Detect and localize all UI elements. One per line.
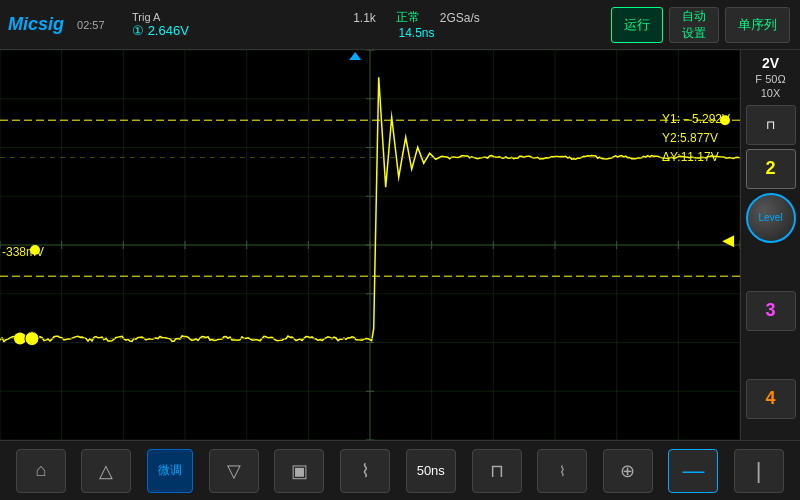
right-panel: 2V F 50Ω 10X ⊓ 2 Level 3 4: [740, 50, 800, 440]
cursor-button[interactable]: —: [668, 449, 718, 493]
trig-label: Trig A: [132, 11, 212, 23]
waveform-canvas: [0, 50, 740, 440]
top-center: 1.1k 正常 2GSa/s 14.5ns: [222, 9, 611, 40]
save-icon: ▣: [291, 460, 308, 482]
up-arrow-icon: △: [99, 460, 113, 482]
y1-measurement: Y1:－5.292V: [662, 110, 730, 129]
top-bar: Micsig 02:57 Trig A ① 2.646V 1.1k 正常 2GS…: [0, 0, 800, 50]
wave-icon: ⌇: [361, 460, 370, 482]
channel-button[interactable]: ⊕: [603, 449, 653, 493]
trigger-level-arrow: ◄: [718, 229, 738, 252]
volt-div-info: 2V F 50Ω 10X: [755, 54, 785, 101]
time-offset: 14.5ns: [398, 26, 434, 40]
oscilloscope-main: -338mV Y1:－5.292V Y2:5.877V ΔY:11.17V ◄: [0, 50, 740, 440]
ch4-button[interactable]: 4: [746, 379, 796, 419]
ch1-marker: [30, 245, 40, 255]
home-icon: ⌂: [35, 460, 46, 481]
channel-icon: ⊕: [620, 460, 635, 482]
pulse-icon: ⊓: [490, 460, 504, 482]
trigger-button[interactable]: ⌇: [537, 449, 587, 493]
home-button[interactable]: ⌂: [16, 449, 66, 493]
coupling-info: F 50Ω: [755, 72, 785, 86]
run-button[interactable]: 运行: [611, 7, 663, 43]
top-center-row1: 1.1k 正常 2GSa/s: [353, 9, 480, 26]
ch3-button[interactable]: 3: [746, 291, 796, 331]
status-label: 正常: [396, 9, 420, 26]
single-seq-button[interactable]: 单序列: [725, 7, 790, 43]
down-arrow-icon: ▽: [227, 460, 241, 482]
trig-voltage: ① 2.646V: [132, 23, 212, 38]
logo: Micsig: [0, 14, 72, 35]
top-right-buttons: 运行 自动 设置 单序列: [611, 7, 800, 43]
timebase-val: 1.1k: [353, 11, 376, 25]
save-button[interactable]: ▣: [274, 449, 324, 493]
volt-div-value: 2V: [755, 54, 785, 72]
probe-info: 10X: [755, 86, 785, 100]
spacer1: [746, 247, 796, 287]
timebase-button[interactable]: 50ns: [406, 449, 456, 493]
fine-adjust-button[interactable]: 微调: [147, 449, 193, 493]
cursor-icon: —: [682, 458, 704, 484]
y-measurements: Y1:－5.292V Y2:5.877V ΔY:11.17V: [662, 110, 730, 168]
decrement-button[interactable]: ▽: [209, 449, 259, 493]
y2-measurement: Y2:5.877V: [662, 129, 730, 148]
time-display: 02:57: [77, 19, 117, 31]
trigger-icon: ⌇: [559, 463, 566, 479]
bottom-bar: ⌂ △ 微调 ▽ ▣ ⌇ 50ns ⊓ ⌇ ⊕ — |: [0, 440, 800, 500]
menu-icon: |: [756, 458, 763, 484]
pulse-button[interactable]: ⊓: [472, 449, 522, 493]
auto-settings-button[interactable]: 自动 设置: [669, 7, 719, 43]
menu-button[interactable]: |: [734, 449, 784, 493]
waveform-gen-button[interactable]: ⌇: [340, 449, 390, 493]
spacer2: [746, 335, 796, 375]
trig-section: Trig A ① 2.646V: [122, 11, 222, 38]
pulse-symbol: ⊓: [746, 105, 796, 145]
increment-button[interactable]: △: [81, 449, 131, 493]
ch1-button[interactable]: 2: [746, 149, 796, 189]
top-time-info: 02:57: [72, 19, 122, 31]
samplerate-label: 2GSa/s: [440, 11, 480, 25]
delta-measurement: ΔY:11.17V: [662, 148, 730, 167]
level-knob[interactable]: Level: [746, 193, 796, 243]
